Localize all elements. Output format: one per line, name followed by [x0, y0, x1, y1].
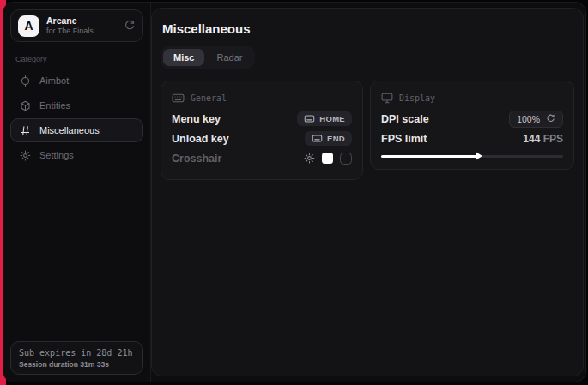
- sidebar-item-label: Miscellaneous: [39, 125, 100, 135]
- sidebar-item-label: Entities: [39, 100, 70, 111]
- keyboard-icon: [304, 115, 315, 123]
- fps-limit-slider[interactable]: [381, 155, 563, 158]
- crosshair-label: Crosshair: [172, 153, 221, 165]
- app-subtitle: for The Finals: [46, 27, 94, 36]
- unload-key-label: Unload key: [172, 133, 229, 145]
- menu-key-value: HOME: [319, 114, 345, 123]
- sidebar-item-aimbot[interactable]: Aimbot: [10, 69, 143, 93]
- keyboard-icon: [172, 93, 185, 103]
- fps-limit-unit: FPS: [543, 133, 563, 145]
- sub-expiry-text: Sub expires in 28d 21h: [19, 348, 135, 358]
- fps-limit-label: FPS limit: [381, 133, 427, 145]
- dpi-scale-value: 100%: [517, 114, 540, 124]
- subscription-box: Sub expires in 28d 21h Session duration …: [10, 341, 143, 375]
- sidebar-item-miscellaneous[interactable]: Miscellaneous: [10, 118, 143, 142]
- display-card: Display DPI scale 100%: [370, 81, 574, 170]
- hash-grid-icon: [20, 125, 31, 136]
- category-label: Category: [15, 55, 138, 63]
- monitor-icon: [381, 93, 393, 104]
- app-logo: A: [18, 15, 39, 37]
- brand-card: A Arcane for The Finals: [10, 9, 143, 42]
- cube-icon: [20, 100, 31, 111]
- sidebar-item-settings[interactable]: Settings: [10, 143, 143, 167]
- dpi-scale-row: DPI scale 100%: [381, 109, 563, 129]
- unload-key-row: Unload key END: [172, 129, 352, 148]
- sidebar-item-entities[interactable]: Entities: [10, 93, 143, 117]
- app-window: A Arcane for The Finals Category Aimbot: [3, 2, 586, 382]
- tab-misc[interactable]: Misc: [163, 49, 204, 66]
- page-title: Miscellaneous: [162, 21, 574, 36]
- display-card-title: Display: [399, 93, 435, 103]
- fps-slider-thumb[interactable]: [476, 152, 482, 160]
- crosshair-color-swatch[interactable]: [322, 153, 333, 164]
- tab-bar: Misc Radar: [161, 46, 255, 69]
- menu-key-row: Menu key HOME: [172, 109, 352, 129]
- display-card-header: Display: [381, 89, 563, 106]
- dpi-scale-label: DPI scale: [381, 113, 429, 125]
- session-duration-text: Session duration 31m 33s: [19, 360, 135, 369]
- sidebar: A Arcane for The Finals Category Aimbot: [3, 3, 151, 382]
- crosshair-row: Crosshair: [172, 148, 352, 168]
- cards-row: General Menu key HOME: [161, 81, 574, 180]
- general-card-header: General: [172, 89, 352, 106]
- crosshair-controls: [304, 153, 352, 165]
- main-panel: Miscellaneous Misc Radar Gene: [151, 8, 584, 376]
- gear-icon: [20, 150, 31, 161]
- app-title: Arcane: [46, 15, 94, 27]
- crosshair-enable-checkbox[interactable]: [340, 153, 352, 165]
- crosshair-icon: [20, 75, 31, 87]
- sidebar-nav: Aimbot Entities Miscellaneous: [10, 69, 143, 167]
- fps-limit-row: FPS limit 144 FPS: [381, 129, 563, 148]
- tab-radar[interactable]: Radar: [206, 49, 252, 66]
- brand-text: Arcane for The Finals: [46, 15, 94, 36]
- refresh-icon[interactable]: [546, 114, 555, 123]
- unload-key-bind-button[interactable]: END: [305, 131, 352, 146]
- fps-limit-value: 144 FPS: [523, 133, 563, 145]
- sidebar-item-label: Aimbot: [39, 75, 69, 86]
- sidebar-item-label: Settings: [39, 150, 74, 160]
- keyboard-icon: [312, 135, 323, 142]
- dpi-scale-button[interactable]: 100%: [509, 111, 563, 128]
- unload-key-value: END: [327, 134, 345, 143]
- crosshair-settings-gear-icon[interactable]: [304, 153, 315, 164]
- general-card-title: General: [191, 93, 227, 103]
- main-area: Miscellaneous Misc Radar Gene: [151, 3, 586, 382]
- fps-slider-fill: [381, 155, 477, 158]
- menu-key-label: Menu key: [172, 113, 221, 125]
- general-card: General Menu key HOME: [161, 81, 363, 180]
- menu-key-bind-button[interactable]: HOME: [297, 111, 352, 126]
- refresh-icon[interactable]: [124, 20, 136, 32]
